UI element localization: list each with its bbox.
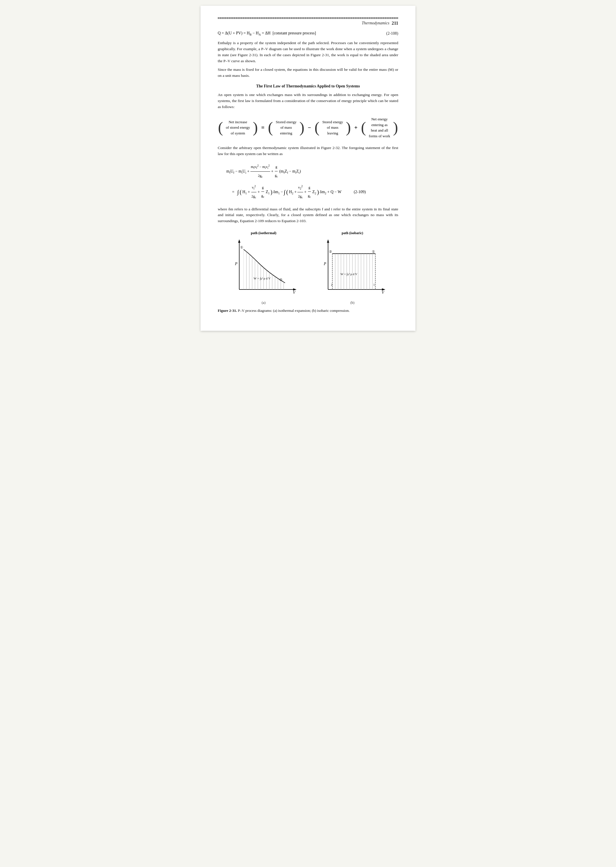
- box2-line3: entering: [280, 131, 292, 136]
- right-bracket-2: ): [299, 120, 304, 135]
- eq108-number: (2-108): [386, 31, 398, 36]
- eq109-number: (2-109): [354, 187, 366, 197]
- plus3: +: [304, 187, 306, 197]
- svg-marker-2: [238, 239, 240, 243]
- header-decoration: [218, 17, 398, 19]
- svg-text:①: ①: [240, 245, 243, 249]
- box3-line2: of mass: [327, 125, 338, 131]
- paragraph-5: where δm refers to a differential mass o…: [218, 206, 398, 224]
- frac3: vi2 2gc: [251, 183, 257, 201]
- figure-a: path (isothermal) P V ① ②: [223, 231, 304, 305]
- left-bracket-4: (: [361, 120, 366, 135]
- right-paren-1: ): [270, 185, 272, 199]
- frac1: mfvf2 − mivi2 2gc: [250, 162, 270, 181]
- svg-text:W = ∫₁² p d V: W = ∫₁² p d V: [340, 272, 357, 276]
- integral-sign-1: ∫: [237, 185, 239, 199]
- fig-b-label: (b): [350, 301, 354, 305]
- delta-m2: δm2 + Q − W: [320, 187, 341, 197]
- svg-text:①: ①: [372, 250, 375, 254]
- fig-a-path-label: path (isothermal): [251, 231, 277, 235]
- page-number: 211: [392, 20, 398, 26]
- left-bracket-1: (: [218, 120, 223, 135]
- box2-line2: of mass: [280, 125, 292, 131]
- equation-109: mfUf − miUi + mfvf2 − mivi2 2gc + g gc (…: [218, 162, 398, 201]
- box4-line4: forms of work: [369, 133, 390, 139]
- paragraph-4: Consider the arbitrary open thermodynami…: [218, 145, 398, 157]
- plus-sign-1: +: [353, 124, 359, 131]
- left-bracket-3: (: [314, 120, 319, 135]
- frac4: g gc: [261, 183, 265, 201]
- conservation-equation: ( Net increase of stored energy of syste…: [218, 115, 398, 140]
- svg-rect-35: [332, 254, 376, 290]
- svg-marker-26: [327, 239, 329, 243]
- box1-line3: of system: [231, 131, 245, 136]
- paragraph-2: Since the mass is fixed for a closed sys…: [218, 67, 398, 79]
- eq109-plus1: +: [271, 167, 273, 176]
- box3-content: Stored energy of mass leaving: [321, 118, 345, 137]
- page-header: Thermodynamics 211: [218, 20, 398, 26]
- box1-line1: Net increase: [229, 119, 247, 125]
- right-bracket-1: ): [253, 120, 258, 135]
- box4-line1: Net energy: [371, 116, 388, 122]
- section-title: The First Law of Thermodynamics Applied …: [218, 84, 398, 88]
- bracket-group-2: ( Stored energy of mass entering ): [268, 118, 304, 137]
- svg-text:P: P: [235, 262, 237, 266]
- paragraph-1: Enthalpy is a property of the system ind…: [218, 40, 398, 64]
- frac2: g gc: [274, 163, 278, 180]
- left-bracket-2: (: [268, 120, 273, 135]
- delta-m1: δm1 −: [273, 187, 283, 197]
- figure-caption: Figure 2-31. P–V process diagrams: (a) i…: [218, 308, 398, 313]
- paragraph-3: An open system is one which exchanges ma…: [218, 92, 398, 110]
- plus2: +: [258, 187, 260, 197]
- box3-line3: leaving: [327, 131, 338, 136]
- pv-diagram-b: P V ② ①: [315, 236, 390, 299]
- box2-content: Stored energy of mass entering: [274, 118, 298, 137]
- equals-sign-1: =: [260, 124, 266, 131]
- box2-line1: Stored energy: [276, 119, 297, 125]
- box4-line3: heat and all: [371, 127, 388, 133]
- svg-text:1: 1: [373, 283, 375, 286]
- box4-line2: entering as: [371, 122, 388, 128]
- page: Thermodynamics 211 Q = Δ(U + PV) = HB − …: [201, 6, 415, 331]
- left-paren-2: (: [286, 185, 288, 199]
- Z1-term: Z1: [266, 187, 270, 197]
- integral-sign-2: ∫: [284, 185, 285, 199]
- bracket-group-3: ( Stored energy of mass leaving ): [314, 118, 351, 137]
- box1-content: Net increase of stored energy of system: [224, 118, 251, 137]
- frac6: g gc: [307, 183, 311, 201]
- header-title: Thermodynamics: [361, 21, 389, 25]
- eq109-equals: =: [232, 187, 236, 197]
- fig-a-label: (a): [262, 301, 265, 305]
- svg-text:P: P: [324, 262, 326, 266]
- eq108-text: Q = Δ(U + PV) = HB − HA = ΔH [constant p…: [218, 31, 316, 36]
- figure-b: path (isobaric) P V ② ①: [312, 231, 393, 305]
- fig-b-path-label: path (isobaric): [342, 231, 363, 235]
- equation-108: Q = Δ(U + PV) = HB − HA = ΔH [constant p…: [218, 31, 398, 36]
- caption-bold: Figure 2-31.: [218, 308, 237, 313]
- figures-row: path (isothermal) P V ① ②: [218, 231, 398, 305]
- Z2-term: Z2: [312, 187, 316, 197]
- svg-text:2: 2: [331, 283, 332, 286]
- svg-text:V: V: [382, 290, 385, 295]
- right-bracket-3: ): [346, 120, 351, 135]
- left-paren-1: (: [239, 185, 242, 199]
- right-bracket-4: ): [393, 120, 398, 135]
- eq109-mz: (mfZf − miZi): [279, 167, 301, 176]
- H2-term: H2 +: [289, 187, 297, 197]
- H1-term: H1 +: [242, 187, 250, 197]
- box3-line1: Stored energy: [322, 119, 343, 125]
- pv-diagram-a: P V ① ②: [226, 236, 301, 299]
- right-paren-2: ): [317, 185, 319, 199]
- bracket-group-4: ( Net energy entering as heat and all fo…: [361, 115, 398, 140]
- svg-text:W = ∫₁² p d V: W = ∫₁² p d V: [253, 277, 270, 280]
- bracket-group-1: ( Net increase of stored energy of syste…: [218, 118, 258, 137]
- caption-rest: P–V process diagrams: (a) isothermal exp…: [238, 308, 350, 313]
- box1-line2: of stored energy: [226, 125, 250, 131]
- svg-text:V: V: [293, 290, 296, 295]
- minus-sign-1: −: [306, 124, 312, 131]
- eq109-part1: mfUf − miUi +: [226, 167, 250, 176]
- svg-text:②: ②: [329, 250, 332, 254]
- frac5: v22 2gc: [297, 183, 303, 201]
- box4-content: Net energy entering as heat and all form…: [367, 115, 392, 140]
